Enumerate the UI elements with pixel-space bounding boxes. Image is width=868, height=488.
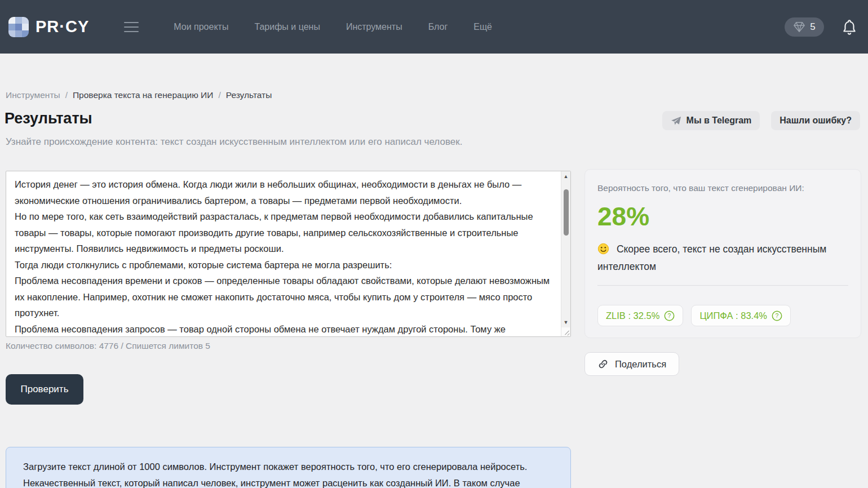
link-icon (597, 358, 609, 370)
verdict-label: Скорее всего, текст не создан искусствен… (597, 243, 826, 272)
share-button-label: Поделиться (615, 359, 666, 370)
cipfa-metric-label: ЦИПФА : 83.4% (699, 310, 767, 321)
zlib-metric-label: ZLIB : 32.5% (606, 310, 659, 321)
nav-item-blog[interactable]: Блог (428, 22, 448, 32)
breadcrumb-current: Результаты (226, 90, 272, 100)
info-box: Загрузите текст длиной от 1000 символов.… (6, 447, 571, 488)
svg-text:?: ? (668, 313, 671, 319)
logo-text: PR·CY (36, 17, 89, 36)
zlib-metric-badge[interactable]: ZLIB : 32.5% ? (597, 305, 683, 326)
svg-text:?: ? (776, 313, 779, 319)
resize-handle-icon[interactable] (561, 327, 570, 336)
paper-plane-icon (671, 116, 681, 126)
page-title: Результаты (5, 110, 92, 127)
question-circle-icon[interactable]: ? (664, 310, 675, 321)
metric-badges: ZLIB : 32.5% ? ЦИПФА : 83.4% ? (597, 305, 791, 326)
nav-item-pricing[interactable]: Тарифы и цены (254, 22, 320, 32)
textarea-scrollbar[interactable]: ▲ ▼ (561, 171, 570, 336)
cipfa-metric-badge[interactable]: ЦИПФА : 83.4% ? (691, 305, 791, 326)
scroll-up-arrow[interactable]: ▲ (561, 171, 570, 181)
telegram-button[interactable]: Мы в Telegram (662, 111, 760, 130)
smiley-icon (597, 246, 612, 257)
page-subtitle: Узнайте происхождение контента: текст со… (6, 136, 462, 148)
telegram-button-label: Мы в Telegram (687, 116, 752, 126)
breadcrumb-separator: / (65, 90, 68, 100)
share-button[interactable]: Поделиться (584, 352, 679, 376)
scroll-down-arrow[interactable]: ▼ (561, 317, 570, 327)
navbar-right: 5 (785, 17, 868, 37)
check-button[interactable]: Проверить (6, 374, 83, 405)
nav-item-more[interactable]: Ещё (473, 22, 492, 32)
report-error-label: Нашли ошибку? (780, 116, 852, 126)
pr-cy-logo-icon (8, 17, 29, 37)
menu-icon[interactable] (124, 19, 139, 36)
bell-icon[interactable] (842, 19, 857, 36)
title-buttons: Мы в Telegram Нашли ошибку? (662, 111, 860, 130)
breadcrumb-tools-link[interactable]: Инструменты (6, 90, 60, 100)
report-error-button[interactable]: Нашли ошибку? (771, 111, 860, 130)
verdict-text: Скорее всего, текст не создан искусствен… (597, 242, 848, 274)
scrollbar-thumb[interactable] (564, 189, 569, 236)
breadcrumb-separator: / (218, 90, 220, 100)
question-circle-icon[interactable]: ? (772, 310, 782, 321)
probability-label: Вероятность того, что ваш текст сгенерир… (597, 183, 848, 193)
nav-item-tools[interactable]: Инструменты (346, 22, 402, 32)
probability-value: 28% (597, 201, 848, 232)
nav-item-projects[interactable]: Мои проекты (174, 22, 228, 32)
panel-divider (597, 285, 848, 286)
result-panel: Вероятность того, что ваш текст сгенерир… (584, 169, 861, 338)
text-input-area[interactable]: История денег — это история обмена. Когд… (6, 171, 571, 337)
logo[interactable]: PR·CY (8, 17, 89, 37)
breadcrumb: Инструменты / Проверка текста на генерац… (6, 90, 272, 100)
text-input-content[interactable]: История денег — это история обмена. Когд… (6, 171, 560, 336)
limits-counter[interactable]: 5 (785, 17, 824, 37)
char-count-label: Количество символов: 4776 / Спишется лим… (6, 341, 210, 351)
main-nav: Мои проекты Тарифы и цены Инструменты Бл… (174, 22, 492, 32)
top-navbar: PR·CY Мои проекты Тарифы и цены Инструме… (0, 0, 868, 54)
breadcrumb-checker-link[interactable]: Проверка текста на генерацию ИИ (73, 90, 213, 100)
limits-count: 5 (810, 21, 815, 33)
diamond-icon (793, 21, 805, 33)
page: PR·CY Мои проекты Тарифы и цены Инструме… (0, 0, 868, 488)
info-box-text: Загрузите текст длиной от 1000 символов.… (23, 462, 527, 488)
